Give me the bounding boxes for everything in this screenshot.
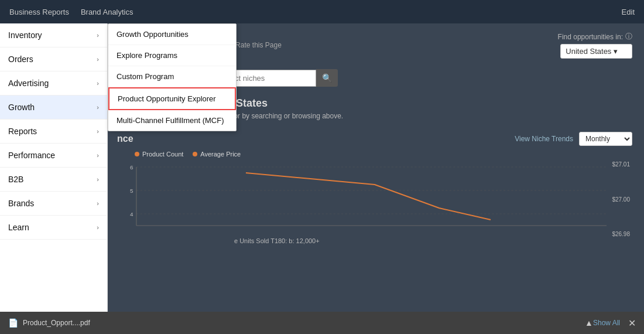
chevron-right-icon: › xyxy=(97,200,99,207)
sidebar-item-reports-label: Reports xyxy=(8,127,37,136)
top-navigation: Business Reports Brand Analytics Edit xyxy=(0,0,644,23)
sidebar-item-advertising[interactable]: Advertising › xyxy=(0,71,107,96)
chevron-right-icon: › xyxy=(97,32,99,39)
sidebar-item-b2b[interactable]: B2B › xyxy=(0,168,107,192)
dropdown-item-explore-programs[interactable]: Explore Programs xyxy=(108,45,236,66)
dropdown-item-growth-opportunities[interactable]: Growth Opportunities xyxy=(108,24,236,45)
sidebar-item-performance[interactable]: Performance › xyxy=(0,144,107,168)
svg-text:6: 6 xyxy=(130,164,133,170)
sidebar-item-advertising-label: Advertising xyxy=(8,79,49,88)
legend-product-count-label: Product Count xyxy=(142,151,183,158)
country-select[interactable]: United States ▾ xyxy=(560,44,632,59)
chevron-right-icon: › xyxy=(97,152,99,159)
rate-page-link[interactable]: Rate this Page xyxy=(235,41,282,49)
average-price-dot xyxy=(193,152,197,156)
find-opportunities: Find opportunities in: ⓘ United States ▾ xyxy=(558,32,632,59)
performance-header: nce View Niche Trends Monthly Weekly Dai… xyxy=(117,132,632,146)
show-all-button[interactable]: Show All xyxy=(593,319,620,327)
chevron-right-icon: › xyxy=(97,56,99,63)
close-download-bar-button[interactable]: ✕ xyxy=(628,318,636,329)
sidebar-item-learn[interactable]: Learn › xyxy=(0,216,107,240)
svg-text:5: 5 xyxy=(130,188,133,193)
download-bar: 📄 Product_Opport....pdf ▲ Show All ✕ xyxy=(0,312,644,334)
legend-product-count: Product Count xyxy=(135,151,183,158)
sidebar-item-b2b-label: B2B xyxy=(8,175,23,184)
dropdown-item-multi-channel[interactable]: Multi-Channel Fulfillment (MCF) xyxy=(108,110,236,131)
find-opps-label: Find opportunities in: ⓘ xyxy=(558,32,632,42)
sidebar-item-growth-label: Growth xyxy=(8,103,35,112)
edit-button[interactable]: Edit xyxy=(622,8,635,16)
legend-average-price-label: Average Price xyxy=(200,151,241,158)
dropdown-item-product-opportunity-explorer[interactable]: Product Opportunity Explorer xyxy=(108,87,236,110)
svg-text:4: 4 xyxy=(130,211,133,217)
chevron-right-icon: › xyxy=(97,224,99,231)
sidebar-item-reports[interactable]: Reports › xyxy=(0,120,107,144)
chevron-right-icon: › xyxy=(97,80,99,87)
growth-dropdown-menu: Growth Opportunities Explore Programs Cu… xyxy=(108,23,237,131)
sidebar-item-growth[interactable]: Growth › xyxy=(0,96,107,120)
nav-business-reports[interactable]: Business Reports xyxy=(9,8,69,16)
sidebar-item-learn-label: Learn xyxy=(8,223,29,232)
dropdown-item-custom-program[interactable]: Custom Program xyxy=(108,66,236,87)
sidebar-item-orders[interactable]: Orders › xyxy=(0,47,107,71)
chevron-right-icon: › xyxy=(97,128,99,135)
sidebar-item-inventory-label: Inventory xyxy=(8,30,42,40)
download-filename: Product_Opport....pdf xyxy=(23,319,581,327)
sidebar: Inventory › Orders › Advertising › Growt… xyxy=(0,23,108,316)
sidebar-item-brands[interactable]: Brands › xyxy=(0,192,107,216)
search-button[interactable]: 🔍 xyxy=(316,69,338,87)
sidebar-item-orders-label: Orders xyxy=(8,54,33,64)
file-icon: 📄 xyxy=(8,318,18,328)
sidebar-item-inventory[interactable]: Inventory › xyxy=(0,23,107,47)
performance-title: nce xyxy=(117,134,133,144)
info-icon: ⓘ xyxy=(625,32,632,42)
monthly-select[interactable]: Monthly Weekly Daily xyxy=(579,132,632,146)
view-niche-trends-link[interactable]: View Niche Trends xyxy=(515,135,573,143)
sidebar-item-performance-label: Performance xyxy=(8,151,55,160)
chevron-right-icon: › xyxy=(97,176,99,183)
chart-wrapper: 6 5 4 $27.01 $27.00 $26.98 xyxy=(117,161,632,237)
sidebar-item-brands-label: Brands xyxy=(8,199,34,208)
legend-average-price: Average Price xyxy=(193,151,241,158)
units-sold-info: e Units Sold T180: b: 12,000+ xyxy=(117,237,632,247)
product-count-dot xyxy=(135,152,139,156)
download-chevron-icon[interactable]: ▲ xyxy=(585,318,593,328)
chart-svg: 6 5 4 xyxy=(117,161,632,231)
chevron-right-icon: › xyxy=(97,104,99,111)
chart-y-labels-right: $27.01 $27.00 $26.98 xyxy=(609,161,632,237)
nav-brand-analytics[interactable]: Brand Analytics xyxy=(81,8,133,16)
chart-legend: Product Count Average Price xyxy=(117,151,632,158)
